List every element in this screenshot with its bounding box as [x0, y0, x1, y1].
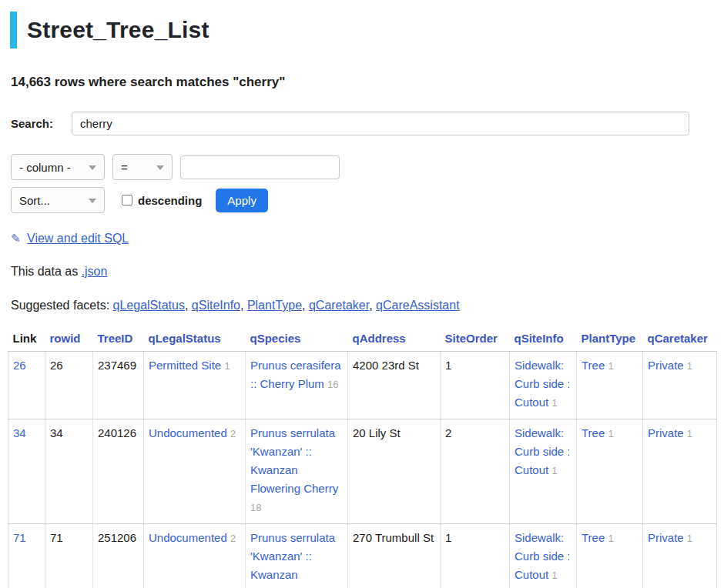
sort-link-qlegalstatus[interactable]: qLegalStatus	[149, 332, 221, 345]
facet-count: 18	[250, 502, 261, 513]
facet-value-link[interactable]: Tree	[582, 359, 605, 372]
facet-value-link[interactable]: Private	[648, 531, 684, 544]
row-detail-link[interactable]: 71	[13, 531, 26, 544]
cell-rowid: 26	[45, 352, 93, 419]
sort-select[interactable]: Sort...	[12, 188, 74, 212]
filter-value-input[interactable]	[180, 155, 340, 179]
facet-count: 2	[230, 533, 236, 544]
cell-qlegalstatus: Permitted Site 1	[144, 352, 246, 419]
filter-row: - column - =	[11, 154, 716, 180]
facet-value-link[interactable]: Sidewalk: Curb side : Cutout	[515, 531, 571, 581]
cell-link: 34	[8, 419, 45, 524]
json-link[interactable]: .json	[82, 265, 108, 278]
cell-planttype: Tree 1	[577, 524, 643, 588]
row-count-summary: 14,663 rows where search matches "cherry…	[11, 75, 716, 90]
cell-qcaretaker: Private 1	[643, 419, 717, 524]
cell-link: 71	[8, 524, 45, 588]
facet-count: 1	[551, 465, 557, 476]
facet-value-link[interactable]: Tree	[582, 426, 605, 439]
facets-prefix: Suggested facets:	[11, 299, 113, 312]
cell-qspecies: Prunus serrulata 'Kwanzan' :: Kwanzan Fl…	[246, 524, 348, 588]
sort-link-qcaretaker[interactable]: qCaretaker	[648, 332, 708, 345]
sort-link-qspecies[interactable]: qSpecies	[250, 332, 301, 345]
table-row: 26 26 237469 Permitted Site 1 Prunus cer…	[8, 352, 717, 419]
facet-separator: ,	[369, 299, 376, 312]
facet-count: 2	[230, 428, 236, 439]
facet-count: 1	[608, 533, 613, 544]
sort-link-planttype[interactable]: PlantType	[582, 332, 636, 345]
facet-value-link[interactable]: Prunus serrulata 'Kwanzan' :: Kwanzan Fl…	[250, 531, 338, 588]
page: Street_Tree_List 14,663 rows where searc…	[0, 0, 724, 588]
cell-treeid: 251206	[93, 524, 144, 588]
facet-separator: ,	[240, 299, 247, 312]
sort-link-qaddress[interactable]: qAddress	[353, 332, 406, 345]
cell-qaddress: 270 Trumbull St	[348, 524, 441, 588]
facet-value-link[interactable]: Prunus serrulata 'Kwanzan' :: Kwanzan Fl…	[250, 426, 338, 495]
column-header-rowid: rowid	[45, 329, 93, 352]
page-header: Street_Tree_List	[10, 12, 716, 48]
sort-link-treeid[interactable]: TreeID	[98, 332, 133, 345]
column-header-treeid: TreeID	[93, 329, 144, 352]
row-detail-link[interactable]: 34	[13, 426, 26, 439]
cell-siteorder: 1	[441, 524, 510, 588]
data-as-line: This data as .json	[11, 265, 716, 279]
facet-count: 1	[608, 428, 613, 439]
cell-planttype: Tree 1	[577, 352, 643, 419]
operator-select-wrap: =	[112, 154, 173, 180]
cell-link: 26	[8, 352, 45, 419]
facet-value-link[interactable]: Permitted Site	[149, 359, 221, 372]
column-header-qaddress: qAddress	[348, 329, 441, 352]
facet-value-link[interactable]: Private	[648, 359, 684, 372]
facet-value-link[interactable]: Private	[648, 426, 684, 439]
sort-link-siteorder[interactable]: SiteOrder	[445, 332, 498, 345]
facet-value-link[interactable]: Tree	[582, 531, 605, 544]
cell-planttype: Tree 1	[577, 419, 643, 524]
column-header-qsiteinfo: qSiteInfo	[510, 329, 577, 352]
cell-rowid: 71	[45, 524, 93, 588]
facet-link-qlegalstatus[interactable]: qLegalStatus	[113, 299, 185, 312]
facet-count: 1	[687, 428, 692, 439]
column-header-planttype: PlantType	[577, 329, 643, 352]
cell-qaddress: 4200 23rd St	[348, 352, 441, 419]
column-header-link: Link	[8, 329, 45, 352]
facet-value-link[interactable]: Undocumented	[149, 531, 227, 544]
cell-qcaretaker: Private 1	[643, 524, 717, 588]
search-form: Search:	[11, 112, 689, 135]
operator-select[interactable]: =	[113, 155, 151, 179]
search-input[interactable]	[72, 112, 689, 135]
cell-qspecies: Prunus cerasifera :: Cherry Plum 16	[246, 352, 348, 419]
row-detail-link[interactable]: 26	[13, 359, 26, 372]
facet-link-qcareassistant[interactable]: qCareAssistant	[376, 299, 460, 312]
cell-qlegalstatus: Undocumented 2	[144, 524, 246, 588]
page-title: Street_Tree_List	[27, 17, 209, 43]
sort-link-rowid[interactable]: rowid	[50, 332, 81, 345]
facet-link-qcaretaker[interactable]: qCaretaker	[309, 299, 369, 312]
view-edit-sql-link[interactable]: View and edit SQL	[27, 232, 129, 245]
facet-value-link[interactable]: Sidewalk: Curb side : Cutout	[515, 359, 571, 409]
facet-count: 1	[224, 360, 230, 372]
cell-qlegalstatus: Undocumented 2	[144, 419, 246, 524]
apply-button[interactable]: Apply	[216, 189, 268, 212]
facet-link-planttype[interactable]: PlantType	[247, 299, 302, 312]
descending-label[interactable]: descending	[138, 194, 202, 207]
cell-siteorder: 1	[441, 352, 510, 419]
chevron-down-icon	[156, 165, 164, 170]
facet-link-qsiteinfo[interactable]: qSiteInfo	[192, 299, 240, 312]
facet-count: 1	[608, 360, 613, 372]
facet-count: 16	[327, 379, 338, 390]
facet-count: 1	[687, 360, 692, 372]
cell-siteorder: 2	[441, 419, 510, 524]
sort-link-qsiteinfo[interactable]: qSiteInfo	[515, 332, 564, 345]
table-row: 71 71 251206 Undocumented 2 Prunus serru…	[8, 524, 717, 588]
column-select[interactable]: - column -	[12, 155, 94, 179]
cell-qspecies: Prunus serrulata 'Kwanzan' :: Kwanzan Fl…	[246, 419, 348, 524]
descending-checkbox[interactable]	[122, 195, 132, 205]
cell-qsiteinfo: Sidewalk: Curb side : Cutout 1	[510, 419, 577, 524]
facet-count: 1	[551, 570, 557, 581]
cell-treeid: 237469	[93, 352, 144, 419]
cell-qcaretaker: Private 1	[643, 352, 717, 419]
suggested-facets: Suggested facets: qLegalStatus, qSiteInf…	[11, 299, 716, 312]
cell-treeid: 240126	[93, 419, 144, 524]
facet-value-link[interactable]: Undocumented	[149, 426, 227, 439]
facet-value-link[interactable]: Sidewalk: Curb side : Cutout	[515, 426, 571, 476]
